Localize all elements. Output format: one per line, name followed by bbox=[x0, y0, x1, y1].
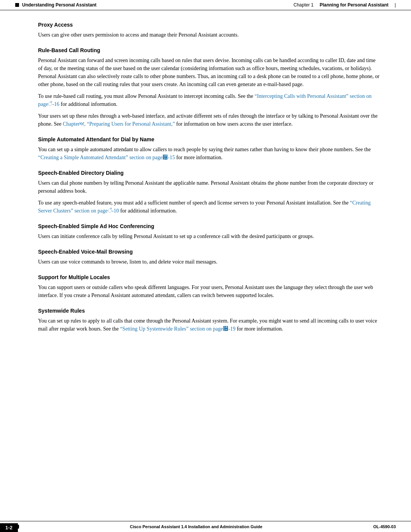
page-footer: Cisco Personal Assistant 1.4 Installatio… bbox=[0, 521, 411, 532]
body-voicemail: Users can use voice commands to browse, … bbox=[38, 258, 381, 266]
page-container: Understanding Personal Assistant Chapter… bbox=[0, 0, 411, 532]
section-simple-attendant: Simple Automated Attendant for Dial by N… bbox=[38, 136, 381, 161]
heading-ad-hoc: Speech-Enabled Simple Ad Hoc Conferencin… bbox=[38, 223, 381, 229]
link-simple-attendant[interactable]: “Creating a Simple Automated Attendant” … bbox=[38, 155, 175, 160]
heading-rule-based: Rule-Based Call Routing bbox=[38, 47, 381, 53]
header-left: Understanding Personal Assistant bbox=[15, 2, 97, 8]
link-systemwide-rules[interactable]: “Setting Up Systemwide Rules” section on… bbox=[120, 326, 235, 332]
section-multiple-locales: Support for Multiple Locales You can sup… bbox=[38, 274, 381, 299]
page-header: Understanding Personal Assistant Chapter… bbox=[0, 0, 411, 10]
header-chapter-title: Planning for Personal Assistant bbox=[320, 2, 389, 8]
heading-proxy-access: Proxy Access bbox=[38, 22, 381, 28]
body-directory-dialing: Users can dial phone numbers by telling … bbox=[38, 179, 381, 215]
link-preparing-users[interactable]: Chapterਅ, “Preparing Users for Personal … bbox=[63, 121, 175, 127]
para-voicemail-1: Users can use voice commands to browse, … bbox=[38, 258, 381, 266]
page-number: 1-2 bbox=[0, 523, 18, 532]
link-intercepting-calls[interactable]: “Intercepting Calls with Personal Assist… bbox=[38, 93, 371, 107]
para-multiple-locales-1: You can support users or outside callers… bbox=[38, 283, 381, 299]
section-proxy-access: Proxy Access Users can give other users … bbox=[38, 22, 381, 39]
para-simple-attendant-1: You can set up a simple automated attend… bbox=[38, 145, 381, 161]
body-ad-hoc: Users can initiate conference calls by t… bbox=[38, 232, 381, 240]
section-ad-hoc: Speech-Enabled Simple Ad Hoc Conferencin… bbox=[38, 223, 381, 240]
heading-multiple-locales: Support for Multiple Locales bbox=[38, 274, 381, 280]
link-server-clusters[interactable]: “Creating Server Clusters” section on pa… bbox=[38, 200, 371, 214]
heading-simple-attendant: Simple Automated Attendant for Dial by N… bbox=[38, 136, 381, 142]
para-proxy-access-1: Users can give other users permission to… bbox=[38, 31, 381, 39]
body-simple-attendant: You can set up a simple automated attend… bbox=[38, 145, 381, 161]
para-systemwide-rules-1: You can set up rules to apply to all cal… bbox=[38, 317, 381, 333]
para-directory-dialing-1: Users can dial phone numbers by telling … bbox=[38, 179, 381, 195]
section-systemwide-rules: Systemwide Rules You can set up rules to… bbox=[38, 308, 381, 333]
heading-directory-dialing: Speech-Enabled Directory Dialing bbox=[38, 170, 381, 176]
para-rule-based-2: To use rule-based call routing, you must… bbox=[38, 92, 381, 108]
para-rule-based-1: Personal Assistant can forward and scree… bbox=[38, 56, 381, 88]
header-pipe: | bbox=[395, 2, 396, 8]
para-rule-based-3: Your users set up these rules through a … bbox=[38, 112, 381, 128]
header-right: Chapter 1 Planning for Personal Assistan… bbox=[293, 2, 396, 8]
body-systemwide-rules: You can set up rules to apply to all cal… bbox=[38, 317, 381, 333]
footer-guide-title: Cisco Personal Assistant 1.4 Installatio… bbox=[19, 524, 373, 529]
body-multiple-locales: You can support users or outside callers… bbox=[38, 283, 381, 299]
body-rule-based: Personal Assistant can forward and scree… bbox=[38, 56, 381, 128]
section-directory-dialing: Speech-Enabled Directory Dialing Users c… bbox=[38, 170, 381, 215]
header-chapter-label: Chapter 1 bbox=[293, 2, 314, 8]
section-voicemail: Speech-Enabled Voice-Mail Browsing Users… bbox=[38, 249, 381, 266]
main-content: Proxy Access Users can give other users … bbox=[0, 10, 411, 372]
heading-systemwide-rules: Systemwide Rules bbox=[38, 308, 381, 314]
para-ad-hoc-1: Users can initiate conference calls by t… bbox=[38, 232, 381, 240]
heading-voicemail: Speech-Enabled Voice-Mail Browsing bbox=[38, 249, 381, 255]
body-proxy-access: Users can give other users permission to… bbox=[38, 31, 381, 39]
para-directory-dialing-2: To use any speech-enabled feature, you m… bbox=[38, 199, 381, 215]
section-rule-based: Rule-Based Call Routing Personal Assista… bbox=[38, 47, 381, 128]
header-square-icon bbox=[15, 3, 19, 7]
footer-doc-number: OL-4590-03 bbox=[373, 524, 396, 529]
header-section-title: Understanding Personal Assistant bbox=[22, 2, 97, 8]
